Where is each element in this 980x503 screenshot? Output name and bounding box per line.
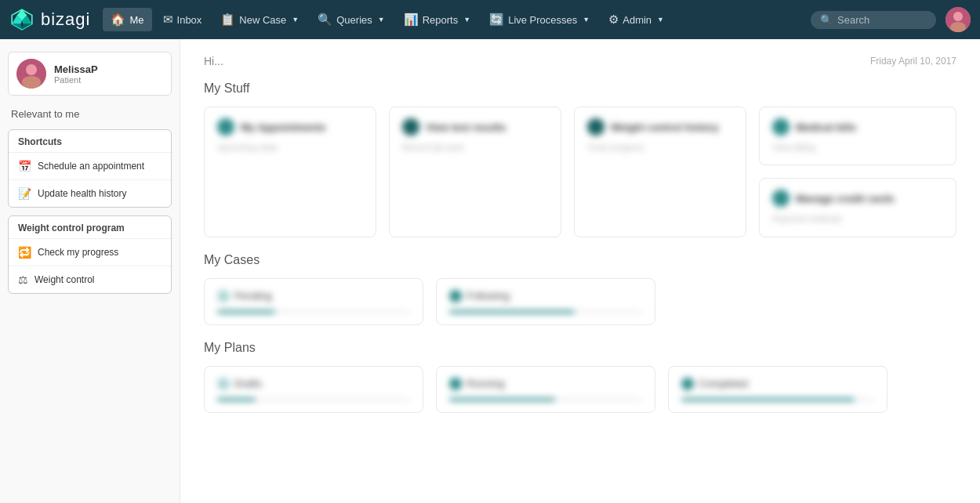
test-results-card[interactable]: View test results Recent lab work bbox=[389, 107, 561, 237]
test-results-sub: Recent lab work bbox=[402, 142, 548, 154]
svg-point-10 bbox=[26, 64, 37, 75]
weight-history-sub: Track progress bbox=[587, 142, 733, 154]
search-box[interactable]: 🔍 bbox=[811, 11, 936, 29]
search-input[interactable] bbox=[837, 14, 924, 26]
following-case-card[interactable]: Following bbox=[436, 278, 655, 325]
relevant-label: Relevant to me bbox=[8, 108, 172, 120]
nav-reports-label: Reports bbox=[423, 14, 459, 26]
check-progress-item[interactable]: 🔁 Check my progress bbox=[9, 239, 171, 266]
app-name: bizagi bbox=[41, 9, 90, 30]
sidebar-avatar bbox=[16, 59, 46, 89]
manage-credit-sub: Payment methods bbox=[772, 213, 943, 225]
nav-live-processes[interactable]: 🔄 Live Processes ▼ bbox=[481, 8, 597, 31]
inbox-icon: ✉ bbox=[163, 13, 173, 27]
running-label: Running bbox=[466, 378, 504, 389]
appointments-card[interactable]: My Appointments Upcoming visits bbox=[204, 107, 376, 237]
admin-caret: ▼ bbox=[657, 16, 664, 24]
medical-bills-title: Medical bills bbox=[796, 121, 856, 133]
update-health-label: Update health history bbox=[38, 188, 126, 199]
medical-bills-card[interactable]: Medical bills View billing bbox=[759, 107, 956, 165]
reports-icon: 📊 bbox=[404, 13, 419, 27]
weight-history-title: Weight control history bbox=[611, 121, 719, 133]
stuff-cards: My Appointments Upcoming visits View tes… bbox=[204, 107, 956, 237]
nav-live-processes-label: Live Processes bbox=[508, 14, 577, 26]
running-dot bbox=[449, 378, 462, 390]
schedule-item[interactable]: 📅 Schedule an appointment bbox=[9, 153, 171, 180]
case-cards: Pending Following bbox=[204, 278, 956, 325]
logo[interactable]: bizagi bbox=[9, 7, 90, 32]
weight-history-dot bbox=[587, 118, 604, 136]
weight-control-section: Weight control program 🔁 Check my progre… bbox=[8, 215, 172, 294]
main-content: Hi... Friday April 10, 2017 My Stuff My … bbox=[180, 39, 980, 503]
weight-control-label: Weight control bbox=[34, 274, 94, 285]
following-dot bbox=[449, 290, 462, 302]
nav-new-case[interactable]: 📋 New Case ▼ bbox=[212, 8, 307, 31]
medical-bills-dot bbox=[772, 118, 789, 136]
drafts-plan-card[interactable]: Drafts bbox=[204, 366, 423, 413]
my-stuff-header: My Stuff bbox=[204, 81, 956, 96]
live-processes-caret: ▼ bbox=[583, 16, 590, 24]
plan-cards: Drafts Running Compl bbox=[204, 366, 956, 413]
nav-new-case-label: New Case bbox=[239, 14, 286, 26]
user-info: MelissaP Patient bbox=[54, 63, 98, 85]
check-progress-label: Check my progress bbox=[38, 247, 118, 258]
manage-credit-card[interactable]: Manage credit cards Payment methods bbox=[759, 178, 956, 237]
appointments-sub: Upcoming visits bbox=[217, 142, 363, 154]
admin-icon: ⚙ bbox=[608, 13, 619, 27]
search-icon: 🔍 bbox=[820, 14, 833, 26]
main-header: Hi... Friday April 10, 2017 bbox=[204, 55, 956, 67]
user-role: Patient bbox=[54, 75, 98, 85]
new-case-caret: ▼ bbox=[292, 16, 299, 24]
nav-me[interactable]: 🏠 Me bbox=[103, 8, 151, 31]
manage-credit-title: Manage credit cards bbox=[796, 193, 895, 204]
progress-icon: 🔁 bbox=[18, 246, 31, 259]
sidebar: MelissaP Patient Relevant to me Shortcut… bbox=[0, 39, 180, 503]
user-name: MelissaP bbox=[54, 63, 98, 75]
nav-inbox[interactable]: ✉ Inbox bbox=[155, 8, 210, 31]
pending-dot bbox=[217, 290, 230, 302]
medical-bills-sub: View billing bbox=[772, 142, 943, 154]
app-layout: MelissaP Patient Relevant to me Shortcut… bbox=[0, 39, 980, 503]
following-label: Following bbox=[466, 290, 510, 302]
nav-admin-label: Admin bbox=[622, 14, 652, 26]
queries-icon: 🔍 bbox=[318, 13, 332, 27]
pending-case-card[interactable]: Pending bbox=[204, 278, 423, 325]
nav-inbox-label: Inbox bbox=[177, 14, 202, 26]
nav-queries-label: Queries bbox=[336, 14, 372, 26]
nav-reports[interactable]: 📊 Reports ▼ bbox=[396, 8, 478, 31]
date-text: Friday April 10, 2017 bbox=[870, 56, 956, 67]
completed-dot bbox=[681, 378, 694, 390]
my-plans-header: My Plans bbox=[204, 341, 956, 355]
live-processes-icon: 🔄 bbox=[489, 13, 504, 27]
nav-queries[interactable]: 🔍 Queries ▼ bbox=[310, 8, 392, 31]
weight-history-card[interactable]: Weight control history Track progress bbox=[574, 107, 746, 237]
running-plan-card[interactable]: Running bbox=[436, 366, 655, 413]
nav-admin[interactable]: ⚙ Admin ▼ bbox=[601, 8, 672, 31]
shortcuts-title: Shortcuts bbox=[9, 130, 171, 153]
nav-me-label: Me bbox=[129, 14, 143, 26]
drafts-dot bbox=[217, 378, 230, 390]
appointments-dot bbox=[217, 118, 234, 136]
home-icon: 🏠 bbox=[111, 13, 125, 27]
user-card[interactable]: MelissaP Patient bbox=[8, 52, 172, 96]
manage-credit-dot bbox=[772, 190, 789, 207]
pending-label: Pending bbox=[234, 290, 272, 302]
greeting-text: Hi... bbox=[204, 55, 223, 67]
drafts-label: Drafts bbox=[234, 378, 262, 389]
my-cases-header: My Cases bbox=[204, 253, 956, 267]
test-results-title: View test results bbox=[426, 121, 506, 133]
weight-control-item[interactable]: ⚖ Weight control bbox=[9, 266, 171, 293]
svg-point-11 bbox=[22, 76, 41, 89]
test-results-dot bbox=[402, 118, 419, 136]
calendar-icon: 📅 bbox=[18, 160, 31, 172]
completed-label: Completed bbox=[699, 378, 748, 389]
weight-icon: ⚖ bbox=[18, 273, 28, 286]
navbar: bizagi 🏠 Me ✉ Inbox 📋 New Case ▼ 🔍 Queri… bbox=[0, 0, 980, 39]
health-history-icon: 📝 bbox=[18, 187, 31, 200]
reports-caret: ▼ bbox=[463, 16, 470, 24]
completed-plan-card[interactable]: Completed bbox=[668, 366, 887, 413]
update-health-item[interactable]: 📝 Update health history bbox=[9, 180, 171, 207]
shortcuts-section: Shortcuts 📅 Schedule an appointment 📝 Up… bbox=[8, 129, 172, 208]
appointments-title: My Appointments bbox=[241, 121, 326, 133]
user-avatar-nav[interactable] bbox=[946, 7, 971, 32]
